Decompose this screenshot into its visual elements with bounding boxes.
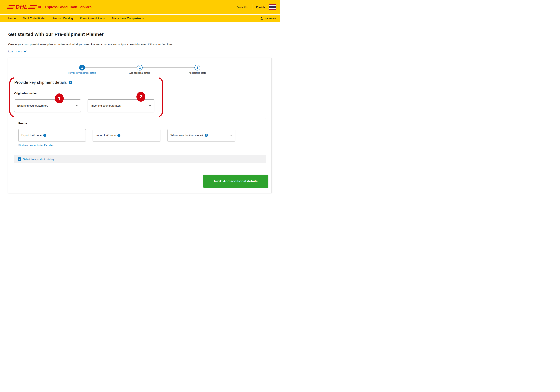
step-2-label[interactable]: Add additional details (116, 72, 163, 74)
next-add-additional-details-button[interactable]: Next: Add additional details (203, 175, 268, 188)
main-navigation: Home Tariff Code Finder Product Catalog … (0, 15, 280, 22)
caret-down-icon (230, 135, 232, 136)
shipment-section-title: Provide key shipment details (14, 80, 67, 85)
info-icon[interactable]: i (69, 81, 72, 84)
dhl-logo-stripes-right-icon (28, 5, 37, 9)
import-tariff-code-label: Import tariff code (96, 134, 116, 137)
plus-icon: + (18, 157, 21, 161)
stepper-line-1 (85, 67, 137, 68)
import-tariff-code-field[interactable]: Import tariff code i (93, 129, 160, 141)
export-tariff-code-label: Export tariff code (21, 134, 42, 137)
find-tariff-codes-link[interactable]: Find my product’s tariff codes (18, 144, 53, 147)
page: DHL DHL Express Global Trade Services Co… (0, 0, 280, 196)
stepper-line-2 (143, 67, 194, 68)
item-made-in-label: Where was the item made? (170, 134, 203, 137)
dhl-logo[interactable]: DHL (8, 4, 36, 10)
brand-title: DHL Express Global Trade Services (38, 5, 92, 9)
info-icon[interactable]: i (43, 134, 46, 137)
step-1-circle[interactable]: 1 (79, 65, 85, 70)
nav-item-pre-shipment-plans[interactable]: Pre-shipment Plans (80, 17, 105, 20)
step-3-label[interactable]: Add related costs (173, 72, 221, 74)
importing-country-select[interactable]: Importing country/territory (88, 99, 154, 112)
info-icon[interactable]: i (117, 134, 120, 137)
exporting-country-placeholder: Exporting country/territory (17, 104, 48, 107)
my-profile-button[interactable]: My Profile (260, 17, 276, 20)
person-icon (260, 17, 263, 20)
nav-item-product-catalog[interactable]: Product Catalog (52, 17, 73, 20)
top-header-bar: DHL DHL Express Global Trade Services Co… (0, 0, 280, 14)
learn-more-link[interactable]: Learn more (8, 50, 27, 53)
info-icon[interactable]: i (205, 134, 208, 137)
exporting-country-select[interactable]: Exporting country/territory (14, 99, 81, 112)
origin-destination-label: Origin-destination (14, 92, 37, 95)
card-footer-divider (8, 168, 271, 168)
step-1-label[interactable]: Provide key shipment details (58, 72, 106, 74)
section-title-row: Provide key shipment details i (14, 80, 72, 85)
nav-item-home[interactable]: Home (8, 17, 16, 20)
importing-country-placeholder: Importing country/territory (91, 104, 121, 107)
product-card: Product Export tariff code i Import tari… (14, 118, 266, 163)
nav-item-tariff-code-finder[interactable]: Tariff Code Finder (23, 17, 45, 20)
page-title: Get started with our Pre-shipment Planne… (8, 32, 104, 37)
export-tariff-code-field[interactable]: Export tariff code i (18, 129, 86, 141)
contact-us-link[interactable]: Contact Us (237, 6, 248, 8)
nav-item-trade-lane-comparisons[interactable]: Trade Lane Comparisons (112, 17, 144, 20)
product-section-title: Product (18, 122, 29, 125)
planner-card: 1 2 3 Provide key shipment details Add a… (8, 58, 272, 193)
page-subtitle: Create your own pre-shipment plan to und… (8, 43, 173, 46)
step-3-circle[interactable]: 3 (194, 65, 200, 70)
item-made-in-select[interactable]: Where was the item made? i (168, 129, 235, 141)
dhl-logo-text: DHL (16, 4, 28, 10)
chevron-down-icon (23, 50, 27, 53)
thailand-flag-icon[interactable] (269, 4, 276, 10)
topbar-right-group: Contact Us English (237, 4, 276, 10)
step-2-circle[interactable]: 2 (137, 65, 143, 70)
select-from-catalog-button[interactable]: + Select from product catalog (14, 155, 266, 163)
learn-more-label: Learn more (8, 50, 22, 53)
language-selector[interactable]: English (256, 6, 265, 8)
my-profile-label: My Profile (264, 17, 276, 20)
caret-down-icon (149, 105, 151, 107)
select-from-catalog-label: Select from product catalog (23, 158, 54, 161)
caret-down-icon (76, 105, 78, 107)
topbar-divider (252, 4, 252, 10)
dhl-logo-stripes-left-icon (7, 5, 15, 9)
